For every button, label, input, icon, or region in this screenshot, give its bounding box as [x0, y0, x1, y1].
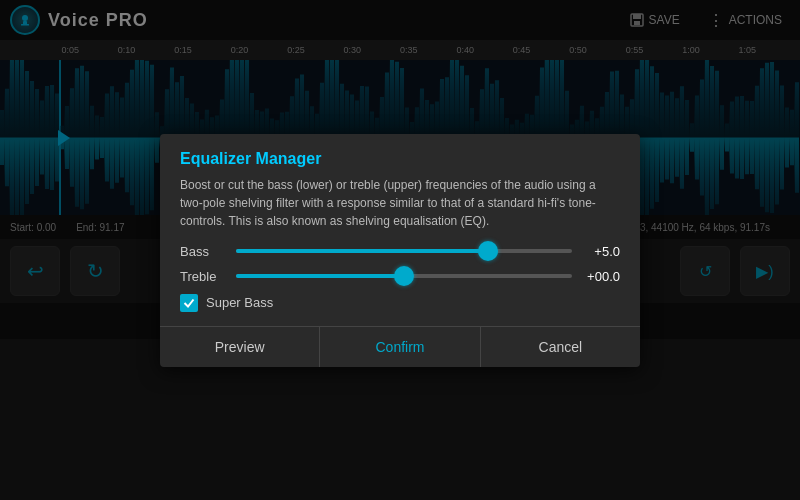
- dialog-description: Boost or cut the bass (lower) or treble …: [180, 176, 620, 230]
- bass-label: Bass: [180, 244, 228, 259]
- bass-value: +5.0: [580, 244, 620, 259]
- bass-slider-track[interactable]: [236, 249, 572, 253]
- bass-slider-row: Bass +5.0: [180, 244, 620, 259]
- confirm-button[interactable]: Confirm: [319, 327, 480, 367]
- treble-slider-fill: [236, 274, 404, 278]
- treble-slider-row: Treble +00.0: [180, 269, 620, 284]
- dialog-title: Equalizer Manager: [180, 150, 620, 168]
- treble-slider-track[interactable]: [236, 274, 572, 278]
- equalizer-dialog: Equalizer Manager Boost or cut the bass …: [160, 134, 640, 367]
- treble-slider-thumb[interactable]: [394, 266, 414, 286]
- treble-label: Treble: [180, 269, 228, 284]
- bass-slider-thumb[interactable]: [478, 241, 498, 261]
- preview-button[interactable]: Preview: [160, 327, 319, 367]
- super-bass-row: Super Bass: [180, 294, 620, 312]
- cancel-button[interactable]: Cancel: [481, 327, 640, 367]
- dialog-overlay: Equalizer Manager Boost or cut the bass …: [0, 0, 800, 500]
- treble-value: +00.0: [580, 269, 620, 284]
- super-bass-label: Super Bass: [206, 295, 273, 310]
- bass-slider-fill: [236, 249, 488, 253]
- dialog-buttons: Preview Confirm Cancel: [160, 326, 640, 367]
- super-bass-checkbox[interactable]: [180, 294, 198, 312]
